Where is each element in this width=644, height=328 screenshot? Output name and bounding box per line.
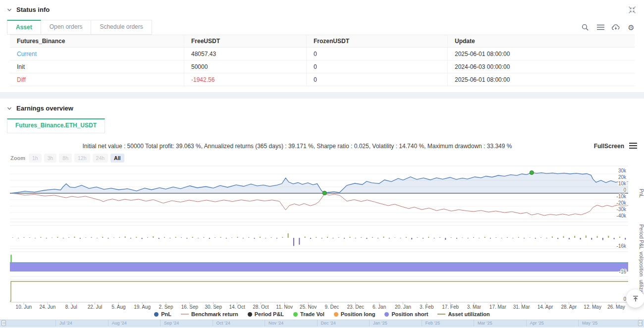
period-pnl-bar	[265, 238, 266, 238]
x-axis-label: 14. Oct	[229, 304, 245, 310]
legend-item-trade-vol[interactable]: Trade Vol	[293, 311, 324, 317]
period-pnl-bar	[361, 237, 362, 238]
trade-vol-marker[interactable]	[322, 191, 326, 195]
period-pnl-bar	[535, 238, 536, 239]
period-pnl-bar	[400, 238, 401, 238]
period-pnl-bar	[608, 236, 609, 238]
navigator-month-label: May '25	[582, 321, 597, 326]
earnings-chart[interactable]: 30k20k10k0-10k-20k-30k-40kPnL-16kPeriod …	[0, 164, 644, 311]
navigator-month-tick	[265, 320, 265, 326]
scroll-to-top-button[interactable]	[626, 289, 644, 308]
pnl-axis-label: -20k	[617, 200, 627, 206]
navigator-left-handle[interactable]	[1, 320, 6, 326]
legend-item-position-long[interactable]: Position long	[334, 311, 376, 317]
handle-grip	[640, 322, 640, 325]
legend-label: PnL	[161, 311, 171, 317]
table-row-current: Current48057.4302025-06-01 08:00:00	[10, 48, 635, 60]
arrow-to-top-icon	[632, 295, 640, 303]
legend-item-pnl[interactable]: PnL	[154, 311, 171, 317]
zoom-button-1h[interactable]: 1h	[29, 154, 42, 163]
free-usdt-value: 48057.43	[184, 48, 306, 60]
x-axis-label: 16. Sep	[181, 304, 199, 310]
period-pnl-bar	[153, 236, 154, 238]
legend-label: Benchmark return	[191, 311, 238, 317]
tab-open-orders[interactable]: Open orders	[41, 20, 92, 35]
tab-futures-binance-eth-usdt[interactable]: Futures_Binance.ETH_USDT	[7, 118, 105, 133]
period-pnl-bar	[389, 238, 390, 238]
fullscreen-button[interactable]: FullScreen	[594, 143, 624, 150]
period-pnl-axis-label: -16k	[617, 243, 627, 249]
update-value: 2025-06-01 08:00:00	[447, 48, 635, 60]
zoom-controls: Zoom 1h3h8h12h24hAll	[10, 154, 124, 163]
legend-item-position-short[interactable]: Position short	[384, 311, 428, 317]
table-row-diff: Diff-1942.5602025-06-01 08:00:00	[10, 73, 635, 86]
navigator-month-label: Jul '24	[59, 321, 72, 326]
legend-dot-swatch	[334, 312, 338, 317]
period-pnl-bar	[530, 237, 531, 238]
collapse-chevron-icon[interactable]	[7, 7, 12, 12]
zoom-button-all[interactable]: All	[110, 154, 124, 163]
status-tabs: AssetOpen ordersSchedule orders	[7, 20, 152, 35]
period-pnl-bar	[97, 238, 98, 238]
period-pnl-bar	[540, 237, 541, 238]
legend-item-period-p-l[interactable]: Period P&L	[248, 311, 284, 317]
period-pnl-bar	[130, 238, 131, 238]
period-pnl-bar	[451, 237, 452, 238]
legend-item-asset-utilization[interactable]: Asset utilization	[437, 311, 489, 317]
legend-item-benchmark-return[interactable]: Benchmark return	[181, 311, 238, 317]
legend-dot-swatch	[248, 312, 252, 317]
period-pnl-bar	[411, 238, 412, 239]
legend-line-swatch	[181, 314, 189, 315]
row-label-current[interactable]: Current	[10, 48, 184, 60]
cloud-download-icon[interactable]	[612, 23, 620, 31]
navigator-month-tick	[213, 320, 213, 326]
x-axis-label: 23. Dec	[347, 304, 364, 310]
frozen-usdt-value: 0	[306, 48, 447, 60]
settings-gear-icon[interactable]: ⚙	[627, 23, 635, 31]
compress-icon[interactable]	[628, 6, 636, 14]
trade-vol-bar	[10, 255, 12, 263]
zoom-button-24h[interactable]: 24h	[93, 154, 108, 163]
period-pnl-bar	[23, 237, 24, 238]
period-pnl-bar	[260, 237, 261, 238]
period-pnl-bar	[164, 237, 165, 238]
tab-asset[interactable]: Asset	[7, 20, 41, 35]
trade-vol-marker[interactable]	[530, 170, 534, 174]
menu-icon[interactable]	[596, 23, 604, 31]
period-pnl-bar	[226, 238, 227, 238]
x-axis-label: 17. Mar	[489, 304, 507, 310]
tab-schedule-orders[interactable]: Schedule orders	[91, 20, 152, 35]
chart-navigator[interactable]: Jul '24Aug '24Sep '24Oct '24Nov '24Dec '…	[0, 320, 644, 327]
period-pnl-bar	[215, 237, 215, 238]
status-info-header: Status info	[7, 6, 50, 13]
period-pnl-bar	[63, 238, 64, 238]
period-pnl-bar	[310, 238, 311, 239]
period-pnl-bar	[108, 238, 109, 239]
period-pnl-bar	[119, 237, 120, 238]
performance-stats: Initial net value : 50000 Total profit: …	[59, 143, 535, 150]
period-pnl-bar	[271, 237, 272, 238]
navigator-month-label: Jan '25	[373, 321, 387, 326]
x-axis-label: 6. Jan	[373, 304, 386, 310]
period-pnl-bar	[439, 237, 440, 238]
period-pnl-bar	[299, 238, 300, 245]
zoom-button-3h[interactable]: 3h	[44, 154, 57, 163]
zoom-button-12h[interactable]: 12h	[74, 154, 90, 163]
period-pnl-bar	[518, 237, 519, 238]
period-pnl-bar	[52, 237, 53, 238]
navigator-month-tick	[578, 320, 579, 326]
period-pnl-bar	[423, 238, 424, 239]
period-pnl-bar	[327, 237, 328, 238]
chart-context-menu-icon[interactable]	[629, 142, 637, 149]
status-info-card: Status info AssetOpen ordersSchedule ord…	[0, 0, 644, 92]
table-row-init: Init5000002024-06-03 00:00:00	[10, 60, 635, 73]
column-header-update: Update	[447, 35, 635, 47]
x-axis-label: 5. Aug	[111, 304, 125, 310]
x-axis-label: 9. Dec	[324, 304, 339, 310]
collapse-chevron-icon[interactable]	[7, 106, 12, 111]
navigator-month-tick	[160, 320, 161, 326]
search-icon[interactable]	[581, 23, 589, 31]
zoom-buttons: 1h3h8h12h24hAll	[29, 154, 124, 163]
navigator-right-handle[interactable]	[638, 320, 643, 326]
zoom-button-8h[interactable]: 8h	[59, 154, 72, 163]
